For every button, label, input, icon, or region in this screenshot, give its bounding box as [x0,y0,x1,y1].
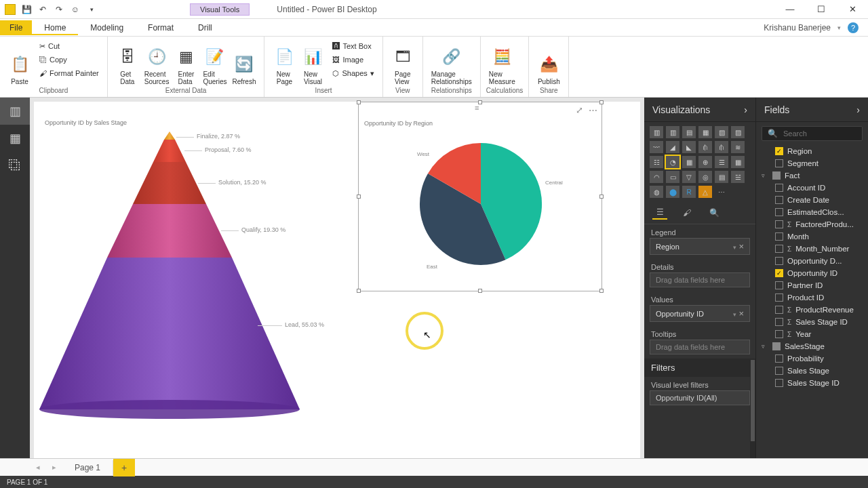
remove-values-icon[interactable]: × [738,308,744,319]
drag-handle-icon[interactable]: ≡ [475,104,479,112]
manage-relationships-button[interactable]: 🔗Manage Relationships [429,39,475,87]
field-checkbox[interactable] [775,245,783,253]
field-checkbox[interactable] [775,184,783,192]
fields-tab-icon[interactable]: ☰ [652,206,667,220]
fields-search[interactable]: 🔍 [762,126,863,141]
viz-combo2-icon[interactable]: ⫛ [715,141,728,153]
data-view-icon[interactable]: ▦ [0,125,30,152]
fields-header[interactable]: Fields› [756,98,868,122]
undo-icon[interactable]: ↶ [37,3,49,16]
viz-clustered-column-icon[interactable]: ▦ [698,126,712,138]
field-item[interactable]: Create Date [756,194,868,206]
drill-tab[interactable]: Drill [186,20,224,35]
field-item[interactable]: Opportunity D... [756,255,868,267]
field-item[interactable]: ✓Opportunity ID [756,267,868,279]
viz-arcgis-icon[interactable]: ◍ [650,186,663,198]
values-well[interactable]: Opportunity ID▾ × [650,305,750,322]
field-item[interactable]: ✓Region [756,145,868,157]
field-checkbox[interactable] [775,306,783,314]
viz-funnel-icon[interactable]: ▽ [682,171,696,183]
field-table[interactable]: ▿SalesStage [756,340,868,352]
help-icon[interactable]: ? [848,22,859,33]
viz-r-icon[interactable]: R [682,186,696,198]
home-tab[interactable]: Home [32,20,78,35]
viz-clustered-bar-icon[interactable]: ▤ [682,126,696,138]
user-dropdown-icon[interactable]: ▾ [837,24,841,31]
field-checkbox[interactable] [775,220,783,228]
field-item[interactable]: ΣYear [756,328,868,340]
field-checkbox[interactable] [775,354,783,363]
field-table[interactable]: ▿Fact [756,169,868,182]
field-checkbox[interactable] [775,281,783,289]
field-checkbox[interactable]: ✓ [775,147,783,155]
format-tab-icon[interactable]: 🖌 [679,206,694,220]
viz-matrix-icon[interactable]: ▦ [731,156,745,168]
new-visual-button[interactable]: 📊New Visual [298,39,327,87]
image-button[interactable]: 🖼 Image [330,53,376,66]
viz-pie-icon[interactable]: ◔ [666,156,679,168]
viz-stacked-column-icon[interactable]: ▥ [666,126,679,138]
field-item[interactable]: EstimatedClos... [756,206,868,218]
field-checkbox[interactable] [775,330,783,338]
close-button[interactable]: ✕ [837,0,868,19]
pie-chart[interactable] [413,136,549,272]
field-item[interactable]: Account ID [756,182,868,194]
minimize-button[interactable]: — [774,0,806,19]
field-checkbox[interactable] [775,196,783,204]
field-checkbox[interactable] [775,367,783,375]
expand-fields-icon[interactable]: › [856,104,860,115]
viz-slicer-icon[interactable]: ☱ [731,171,745,183]
field-checkbox[interactable] [775,159,783,167]
model-view-icon[interactable]: ⿻ [0,152,30,179]
focus-mode-icon[interactable]: ⤢ [576,105,583,115]
shapes-button[interactable]: ⬡ Shapes ▾ [330,66,376,80]
viz-table-icon[interactable]: ☰ [715,156,728,168]
format-tab[interactable]: Format [136,20,186,35]
modeling-tab[interactable]: Modeling [78,20,136,35]
cut-button[interactable]: ✂ Cut [37,39,102,53]
viz-combo1-icon[interactable]: ⫛ [698,141,712,153]
maximize-button[interactable]: ☐ [806,0,837,19]
field-checkbox[interactable] [775,293,783,302]
field-item[interactable]: ΣSales Stage ID [756,316,868,328]
expand-icon[interactable]: › [744,104,747,115]
page-next-icon[interactable]: ▸ [46,459,62,476]
viz-100-bar-icon[interactable]: ▧ [715,126,728,138]
visualizations-header[interactable]: Visualizations› [644,98,755,122]
viz-ribbon-icon[interactable]: ≋ [731,141,745,153]
field-checkbox[interactable] [775,379,783,387]
viz-scrollbar[interactable] [750,360,755,458]
viz-gauge-icon[interactable]: ◠ [650,171,663,183]
viz-area-icon[interactable]: ◢ [666,141,679,153]
get-data-button[interactable]: 🗄Get Data [113,39,142,87]
new-measure-button[interactable]: 🧮New Measure [486,39,518,87]
field-item[interactable]: Partner ID [756,279,868,291]
file-tab[interactable]: File [0,20,32,35]
more-options-icon[interactable]: ⋯ [589,105,597,115]
new-page-button[interactable]: 📄New Page [270,39,298,87]
viz-waterfall-icon[interactable]: ☷ [650,156,663,168]
copy-button[interactable]: ⿻ Copy [37,53,102,66]
field-item[interactable]: Sales Stage [756,365,868,377]
report-view-icon[interactable]: ▥ [0,98,30,125]
viz-card-icon[interactable]: ▭ [666,171,679,183]
save-icon[interactable]: 💾 [20,3,33,16]
tooltips-well[interactable]: Drag data fields here [650,340,750,354]
viz-python-icon[interactable]: ⬤ [666,186,679,198]
format-painter-button[interactable]: 🖌 Format Painter [37,66,102,80]
field-checkbox[interactable] [775,232,783,241]
field-item[interactable]: Product ID [756,291,868,304]
viz-map-icon[interactable]: ⊕ [698,156,712,168]
field-item[interactable]: ΣProductRevenue [756,304,868,316]
recent-sources-button[interactable]: 🕘Recent Sources [142,39,172,87]
funnel-chart[interactable] [34,125,305,423]
field-checkbox[interactable] [775,318,783,326]
viz-stacked-area-icon[interactable]: ◣ [682,141,696,153]
viz-treemap-icon[interactable]: ▦ [682,156,696,168]
field-item[interactable]: Sales Stage ID [756,377,868,389]
enter-data-button[interactable]: ▦Enter Data [172,39,200,87]
page-tab-1[interactable]: Page 1 [62,460,113,475]
page-prev-icon[interactable]: ◂ [30,459,46,476]
viz-custom-icon[interactable]: △ [698,186,712,198]
smiley-icon[interactable]: ☺ [69,3,81,16]
